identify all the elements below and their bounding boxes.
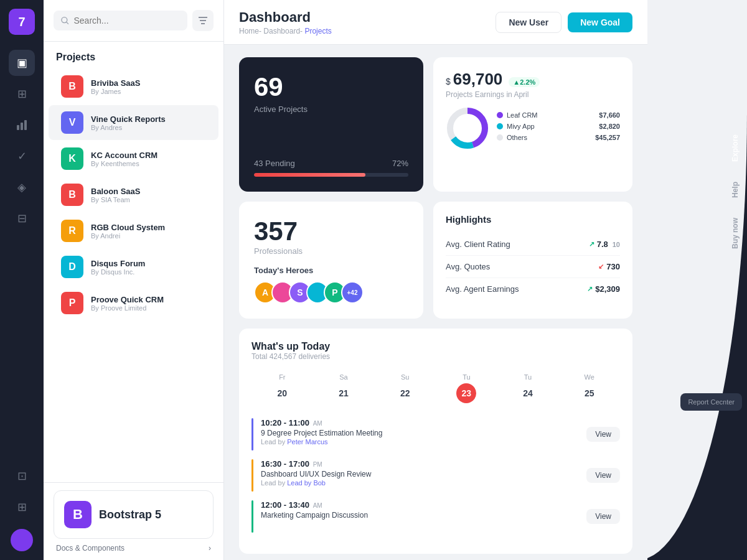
nav-icon-bottom2[interactable]: ⊞ bbox=[9, 494, 35, 520]
event-view-button[interactable]: View bbox=[586, 427, 620, 442]
event-lead-link[interactable]: Lead by Bob bbox=[287, 479, 326, 487]
progress-bar-wrap bbox=[254, 173, 408, 177]
nav-icon-check[interactable]: ✓ bbox=[9, 143, 35, 169]
nav-icon-layers[interactable]: ◈ bbox=[9, 174, 35, 200]
row-1: 69 Active Projects 43 Pending 72% $ 69,7… bbox=[239, 57, 632, 192]
calendar-day[interactable]: We 25 bbox=[558, 368, 620, 408]
legend-dot bbox=[497, 134, 503, 141]
schedule-header: What's up Today Total 424,567 deliveries bbox=[251, 341, 620, 361]
sidebar: Projects B Briviba SaaS By James V Vine … bbox=[44, 0, 224, 560]
highlight-value: ↙730 bbox=[598, 262, 620, 271]
cal-day-name: Fr bbox=[254, 373, 311, 381]
event-line bbox=[251, 418, 253, 450]
project-icon: R bbox=[61, 220, 83, 242]
legend-item: Others $45,257 bbox=[497, 134, 620, 141]
cal-day-name: Su bbox=[377, 373, 433, 381]
event-time: 10:20 - 11:00 AM bbox=[261, 418, 579, 427]
cal-day-num: 23 bbox=[456, 383, 476, 403]
event-lead: Lead by Lead by Bob bbox=[261, 479, 579, 487]
nav-rail: 7 ▣ ⊞ ✓ ◈ ⊟ ⊡ ⊞ bbox=[0, 0, 44, 560]
project-name: Baloon SaaS bbox=[91, 187, 206, 196]
earnings-legend: Leaf CRM $7,660 Mivy App $2,820 Others $… bbox=[497, 111, 620, 145]
breadcrumb-projects: Projects bbox=[304, 27, 331, 35]
side-tab-help[interactable]: Help bbox=[726, 172, 745, 208]
project-item[interactable]: B Briviba SaaS By James bbox=[49, 69, 218, 104]
project-list: B Briviba SaaS By James V Vine Quick Rep… bbox=[44, 68, 223, 482]
event-content: 12:00 - 13:40 AM Marketing Campaign Disc… bbox=[261, 500, 579, 520]
project-item[interactable]: B Baloon SaaS By SIA Team bbox=[49, 177, 218, 212]
row-3: What's up Today Total 424,567 deliveries… bbox=[239, 329, 632, 554]
breadcrumb: Home- Dashboard- Projects bbox=[239, 27, 332, 35]
docs-link[interactable]: Docs & Components › bbox=[54, 539, 214, 553]
project-icon: P bbox=[61, 292, 83, 314]
earnings-top: $ 69,700 ▲2.2% bbox=[446, 70, 620, 89]
schedule-sub: Total 424,567 deliveries bbox=[251, 352, 620, 361]
top-bar: Dashboard Home- Dashboard- Projects New … bbox=[224, 0, 647, 45]
calendar-day[interactable]: Su 22 bbox=[374, 368, 436, 408]
report-center-button[interactable]: Report Cecnter bbox=[680, 393, 742, 411]
search-input[interactable] bbox=[74, 16, 181, 26]
active-projects-label: Active Projects bbox=[254, 105, 408, 114]
nav-icon-grid[interactable]: ⊞ bbox=[9, 81, 35, 107]
project-info: Disqus Forum By Disqus Inc. bbox=[91, 259, 206, 276]
earnings-chart: Leaf CRM $7,660 Mivy App $2,820 Others $… bbox=[446, 106, 620, 150]
right-panel-content: ExploreHelpBuy now Report Cecnter bbox=[647, 0, 747, 560]
breadcrumb-home: Home- bbox=[239, 27, 263, 35]
project-info: RGB Cloud System By Andrei bbox=[91, 223, 206, 240]
page-title: Dashboard bbox=[239, 9, 332, 26]
calendar-day[interactable]: Tu 24 bbox=[497, 368, 559, 408]
earnings-badge: ▲2.2% bbox=[509, 77, 540, 87]
nav-icon-dashboard[interactable]: ▣ bbox=[9, 50, 35, 76]
side-tab-buy-now[interactable]: Buy now bbox=[726, 208, 745, 259]
legend-label: Mivy App bbox=[507, 123, 599, 130]
highlight-label: Avg. Quotes bbox=[446, 262, 490, 271]
new-goal-button[interactable]: New Goal bbox=[568, 12, 632, 32]
project-name: Vine Quick Reports bbox=[91, 114, 206, 124]
event-lead-link[interactable]: Peter Marcus bbox=[287, 438, 327, 446]
project-item[interactable]: P Proove Quick CRM By Proove Limited bbox=[49, 286, 218, 320]
svg-rect-0 bbox=[17, 125, 19, 130]
page-title-group: Dashboard Home- Dashboard- Projects bbox=[239, 9, 332, 35]
projects-title: Projects bbox=[44, 42, 223, 68]
highlight-value: ↗$2,309 bbox=[587, 284, 620, 294]
project-name: Proove Quick CRM bbox=[91, 295, 206, 304]
event-line bbox=[251, 459, 253, 492]
new-user-button[interactable]: New User bbox=[496, 12, 561, 33]
legend-value: $2,820 bbox=[599, 123, 620, 130]
cal-day-num: 22 bbox=[395, 383, 415, 403]
schedule-card: What's up Today Total 424,567 deliveries… bbox=[239, 329, 632, 554]
project-item[interactable]: K KC Account CRM By Keenthemes bbox=[49, 141, 218, 176]
calendar-day[interactable]: Tu 23 bbox=[436, 368, 497, 408]
highlight-label: Avg. Agent Earnings bbox=[446, 284, 519, 294]
legend-value: $7,660 bbox=[599, 111, 620, 119]
project-item[interactable]: R RGB Cloud System By Andrei bbox=[49, 213, 218, 248]
nav-icon-chart[interactable] bbox=[9, 112, 35, 138]
main-content: Dashboard Home- Dashboard- Projects New … bbox=[224, 0, 647, 560]
calendar-day[interactable]: Fr 20 bbox=[251, 368, 313, 408]
project-by: By Andres bbox=[91, 124, 206, 131]
filter-button[interactable] bbox=[192, 10, 214, 31]
nav-user-avatar[interactable] bbox=[11, 529, 33, 551]
heroes-label: Today's Heroes bbox=[254, 266, 408, 275]
nav-avatar[interactable]: 7 bbox=[9, 9, 35, 35]
bootstrap-card: B Bootstrap 5 bbox=[54, 490, 214, 539]
search-input-wrap[interactable] bbox=[54, 11, 187, 30]
event-ampm: AM bbox=[313, 420, 322, 427]
calendar-day[interactable]: Sa 21 bbox=[313, 368, 375, 408]
nav-icon-briefcase[interactable]: ⊟ bbox=[9, 205, 35, 231]
event-view-button[interactable]: View bbox=[586, 468, 620, 483]
nav-icon-bottom1[interactable]: ⊡ bbox=[9, 463, 35, 489]
project-info: Briviba SaaS By James bbox=[91, 78, 206, 95]
bootstrap-label: Bootstrap 5 bbox=[99, 508, 161, 521]
project-icon: D bbox=[61, 256, 83, 278]
project-info: Proove Quick CRM By Proove Limited bbox=[91, 295, 206, 312]
docs-label: Docs & Components bbox=[56, 544, 125, 553]
project-item[interactable]: V Vine Quick Reports By Andres bbox=[49, 105, 218, 140]
project-name: KC Account CRM bbox=[91, 151, 206, 160]
professionals-card: 357 Professionals Today's Heroes ASP+42 bbox=[239, 202, 423, 319]
event-view-button[interactable]: View bbox=[586, 509, 620, 524]
highlight-row: Avg. Quotes ↙730 bbox=[446, 256, 620, 278]
project-item[interactable]: D Disqus Forum By Disqus Inc. bbox=[49, 250, 218, 284]
legend-value: $45,257 bbox=[595, 134, 620, 141]
side-tab-explore[interactable]: Explore bbox=[726, 124, 745, 172]
